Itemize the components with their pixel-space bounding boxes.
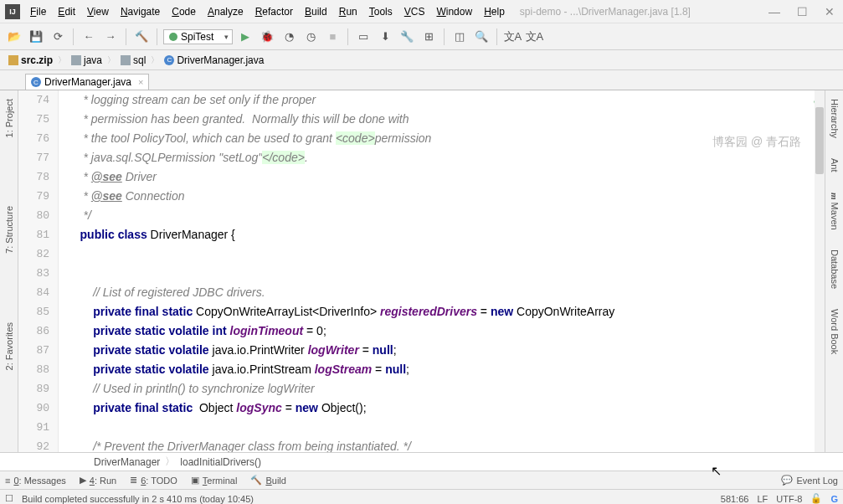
forward-icon[interactable]: → [101, 28, 120, 46]
tool-7-structure[interactable]: 7: Structure [3, 201, 16, 259]
tab-drivermanager[interactable]: C DriverManager.java × [25, 74, 149, 90]
menu-file[interactable]: File [25, 4, 51, 19]
code-line[interactable]: * the tool PolicyTool, which can be used… [59, 129, 843, 148]
settings-icon[interactable]: 🔧 [398, 28, 416, 46]
gutter-line[interactable]: 84 [18, 283, 58, 302]
menu-build[interactable]: Build [300, 4, 332, 19]
status-checkbox[interactable]: ☐ [5, 493, 13, 504]
menu-vcs[interactable]: VCS [399, 4, 430, 19]
stop-icon[interactable]: ■ [323, 28, 342, 46]
search-icon[interactable]: 🔍 [472, 28, 491, 46]
code-line[interactable]: private static volatile int loginTimeout… [59, 321, 843, 341]
scrollbar-track[interactable] [815, 90, 825, 452]
gutter-line[interactable]: 76 [18, 129, 58, 148]
refresh-icon[interactable]: ⟳ [49, 28, 67, 46]
code-line[interactable]: // Used in println() to synchronize logW… [59, 379, 843, 399]
tool-hierarchy[interactable]: Hierarchy [828, 94, 841, 143]
status-encoding[interactable]: UTF-8 [776, 494, 802, 504]
menu-analyze[interactable]: Analyze [203, 4, 249, 19]
bottom-tab-6-todo[interactable]: ≣6: TODO [130, 475, 177, 486]
tool-2-favorites[interactable]: 2: Favorites [3, 317, 16, 375]
code-line[interactable]: private static volatile java.io.PrintWri… [59, 341, 843, 360]
code-line[interactable] [59, 244, 843, 264]
gutter-line[interactable]: 85 [18, 302, 58, 321]
avd-icon[interactable]: ▭ [354, 28, 373, 46]
tool-word-book[interactable]: Word Book [828, 304, 841, 359]
code-line[interactable]: private static volatile java.io.PrintStr… [59, 360, 843, 379]
translate-icon[interactable]: 文A [503, 28, 522, 46]
gutter-line[interactable]: 92 [18, 437, 58, 456]
gutter-line[interactable]: 78 [18, 167, 58, 187]
code-line[interactable]: /* Prevent the DriverManager class from … [59, 437, 843, 452]
gutter-line[interactable]: 90 [18, 399, 58, 418]
open-icon[interactable]: 📂 [5, 28, 23, 46]
status-goto-icon[interactable]: G [830, 494, 838, 504]
gutter-line[interactable]: 89 [18, 379, 58, 399]
menu-edit[interactable]: Edit [53, 4, 80, 19]
menu-code[interactable]: Code [167, 4, 201, 19]
breadcrumb-class[interactable]: DriverManager [94, 456, 160, 468]
tool-database[interactable]: Database [828, 244, 841, 294]
save-icon[interactable]: 💾 [27, 28, 45, 46]
status-line-sep[interactable]: LF [757, 494, 768, 504]
gutter-line[interactable]: 80 [18, 206, 58, 225]
menu-navigate[interactable]: Navigate [116, 4, 165, 19]
code-line[interactable]: private final static Object logSync = ne… [59, 399, 843, 418]
nav-drivermanager-java[interactable]: CDriverManager.java [161, 54, 267, 66]
gutter-line[interactable]: 77 [18, 148, 58, 167]
layout-icon[interactable]: ◫ [450, 28, 469, 46]
gutter-line[interactable]: 83 [18, 264, 58, 283]
translate2-icon[interactable]: 文A [525, 28, 543, 46]
minimize-button[interactable]: — [768, 5, 780, 18]
project-structure-icon[interactable]: ⊞ [419, 28, 438, 46]
build-icon[interactable]: 🔨 [132, 28, 151, 46]
code-line[interactable]: * java.sql.SQLPermission "setLog"</code>… [59, 148, 843, 167]
menu-view[interactable]: View [82, 4, 114, 19]
bottom-tab-build[interactable]: 🔨Build [250, 475, 285, 486]
breadcrumb-method[interactable]: loadInitialDrivers() [180, 456, 261, 468]
gutter-line[interactable]: 79 [18, 187, 58, 206]
menu-tools[interactable]: Tools [364, 4, 398, 19]
gutter-line[interactable]: 82 [18, 244, 58, 264]
nav-sql[interactable]: sql [117, 54, 149, 66]
gutter-line[interactable]: 86 [18, 321, 58, 341]
event-log-button[interactable]: 💬Event Log [781, 475, 838, 486]
gutter-line[interactable]: 87 [18, 341, 58, 360]
tool-1-project[interactable]: 1: Project [3, 94, 16, 142]
gutter-line[interactable]: 91 [18, 418, 58, 437]
gutter-line[interactable]: 88 [18, 360, 58, 379]
bottom-tab-terminal[interactable]: ▣Terminal [191, 475, 238, 486]
code-line[interactable]: // List of registered JDBC drivers. [59, 283, 843, 302]
bottom-tab-0-messages[interactable]: ≡0: Messages [5, 476, 66, 486]
gutter-line[interactable]: 75 [18, 110, 58, 129]
run-config-dropdown[interactable]: SpiTest [163, 29, 233, 44]
back-icon[interactable]: ← [80, 28, 98, 46]
status-lock-icon[interactable]: 🔓 [810, 493, 822, 504]
code-editor[interactable]: 博客园 @ 青石路 ✔ * logging stream can be set … [59, 90, 843, 452]
close-button[interactable]: ✕ [825, 5, 835, 18]
tool-ant[interactable]: Ant [828, 153, 841, 177]
scrollbar-thumb[interactable] [815, 107, 824, 174]
tool-maven[interactable]: m Maven [828, 188, 841, 235]
gutter-line[interactable]: 74 [18, 90, 58, 110]
code-line[interactable]: * @see Driver [59, 167, 843, 187]
menu-help[interactable]: Help [479, 4, 510, 19]
code-line[interactable]: */ [59, 206, 843, 225]
profile-icon[interactable]: ◷ [301, 28, 320, 46]
maximize-button[interactable]: ☐ [797, 5, 808, 18]
tab-close-icon[interactable]: × [138, 77, 143, 87]
gutter-line[interactable]: 81 [18, 225, 58, 244]
sdk-icon[interactable]: ⬇ [376, 28, 394, 46]
code-line[interactable]: * logging stream can be set only if the … [59, 90, 843, 110]
menu-refactor[interactable]: Refactor [250, 4, 298, 19]
nav-src-zip[interactable]: src.zip [5, 54, 56, 66]
bottom-tab-4-run[interactable]: ▶4: Run [80, 475, 116, 486]
nav-java[interactable]: java [68, 54, 105, 66]
menu-window[interactable]: Window [431, 4, 477, 19]
code-line[interactable]: * @see Connection [59, 187, 843, 206]
code-line[interactable] [59, 418, 843, 437]
code-line[interactable]: * permission has been granted. Normally … [59, 110, 843, 129]
menu-run[interactable]: Run [334, 4, 362, 19]
coverage-icon[interactable]: ◔ [280, 28, 298, 46]
debug-button[interactable]: 🐞 [258, 28, 276, 46]
